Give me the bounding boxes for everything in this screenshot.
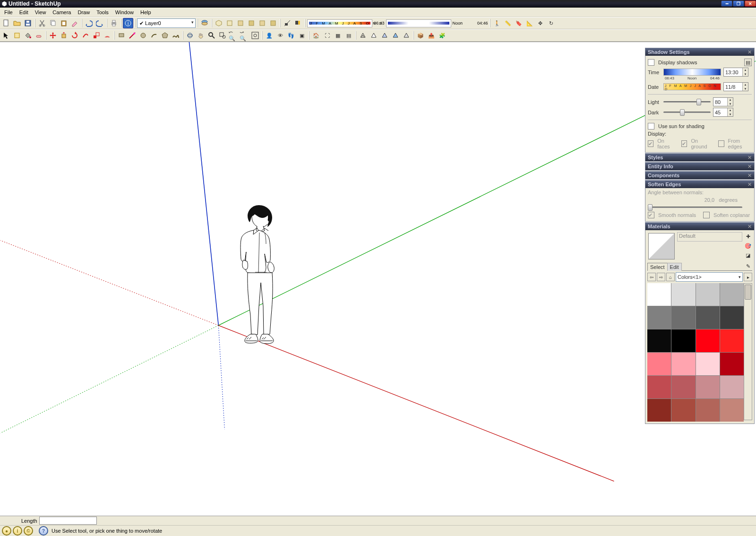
materials-collection-dropdown[interactable]: Colors<1> — [676, 272, 743, 282]
color-swatch[interactable] — [720, 353, 744, 375]
eyedropper-button[interactable]: ✎ — [744, 262, 752, 270]
left-button[interactable] — [268, 18, 278, 28]
line-tool[interactable] — [127, 30, 137, 41]
xray-button[interactable]: ▦ — [333, 30, 343, 41]
use-sun-checkbox[interactable] — [648, 123, 654, 130]
menu-file[interactable]: File — [1, 9, 16, 16]
time-input[interactable]: 13:30▲▼ — [723, 68, 748, 77]
shadow-expand-button[interactable]: ▤ — [744, 59, 752, 66]
walkthrough[interactable]: 👣 — [286, 30, 296, 41]
create-material-button[interactable]: ✚ — [744, 232, 752, 241]
materials-header[interactable]: Materials✕ — [645, 223, 754, 230]
dark-slider[interactable] — [663, 112, 711, 113]
redo-button[interactable] — [94, 18, 105, 28]
display-section[interactable]: 🏠 — [311, 30, 321, 41]
toolbar-date-slider[interactable]: J F M A M J J A S O N D — [307, 19, 372, 27]
shadow-settings-button[interactable] — [293, 18, 303, 28]
make-component[interactable] — [12, 30, 22, 41]
maximize-button[interactable]: ❐ — [733, 0, 744, 7]
default-material-button[interactable]: ◪ — [744, 251, 752, 259]
move-tool[interactable] — [48, 30, 58, 41]
color-swatch[interactable] — [696, 306, 720, 329]
model-info-button[interactable]: i — [123, 18, 133, 28]
color-swatch[interactable] — [696, 376, 720, 398]
color-swatch[interactable] — [720, 329, 744, 352]
back-button[interactable] — [257, 18, 267, 28]
nav-details-button[interactable]: ▸ — [744, 273, 752, 281]
zoom-tool[interactable] — [206, 30, 217, 41]
section-plane[interactable]: ▣ — [297, 30, 307, 41]
extension-war[interactable]: 🧩 — [437, 30, 447, 41]
materials-edit-tab[interactable]: Edit — [667, 263, 682, 271]
menu-draw[interactable]: Draw — [74, 9, 93, 16]
paste-button[interactable] — [59, 18, 69, 28]
color-swatch[interactable] — [671, 283, 695, 306]
menu-window[interactable]: Window — [112, 9, 137, 16]
rectangle-tool[interactable] — [116, 30, 127, 41]
current-material-preview[interactable] — [648, 233, 675, 259]
color-swatch[interactable] — [671, 399, 695, 422]
iso-button[interactable] — [214, 18, 224, 28]
dimensions-button[interactable]: 📐 — [524, 18, 535, 28]
color-swatch[interactable] — [647, 329, 671, 352]
help-icon[interactable]: ? — [39, 526, 48, 536]
followme-tool[interactable] — [80, 30, 91, 41]
shadow-settings-header[interactable]: Shadow Settings✕ — [645, 48, 754, 56]
text-button[interactable]: 🔖 — [514, 18, 524, 28]
walk-button[interactable]: 🚶 — [492, 18, 502, 28]
color-swatch[interactable] — [720, 283, 744, 306]
color-swatch[interactable] — [671, 353, 695, 375]
print-button[interactable] — [109, 18, 119, 28]
shaded-texture-style[interactable] — [390, 30, 401, 41]
select-tool[interactable] — [1, 30, 11, 41]
color-swatch[interactable] — [720, 399, 744, 422]
cut-button[interactable] — [37, 18, 47, 28]
front-button[interactable] — [235, 18, 246, 28]
zoom-next[interactable]: ⤻🔍 — [239, 30, 249, 41]
color-swatch[interactable] — [696, 399, 720, 422]
entity-info-header[interactable]: Entity Info✕ — [645, 163, 754, 170]
toolbar-time-slider[interactable] — [386, 19, 451, 27]
dark-input[interactable]: 45▲▼ — [713, 108, 733, 117]
color-swatch[interactable] — [671, 376, 695, 398]
back-edges-button[interactable]: ▤ — [344, 30, 354, 41]
pushpull-tool[interactable] — [59, 30, 69, 41]
color-swatch[interactable] — [647, 306, 671, 329]
credits-icon[interactable]: i — [13, 526, 22, 536]
light-input[interactable]: 80▲▼ — [713, 97, 733, 106]
viewport[interactable]: Shadow Settings✕ Display shadows ▤ Time … — [0, 42, 756, 516]
circle-tool[interactable] — [138, 30, 148, 41]
layer-dropdown[interactable]: ✔ Layer0 — [137, 18, 196, 28]
top-button[interactable] — [224, 18, 235, 28]
color-swatch[interactable] — [720, 306, 744, 329]
components-header[interactable]: Components✕ — [645, 172, 754, 179]
color-swatch[interactable] — [647, 399, 671, 422]
hidden-style[interactable] — [369, 30, 379, 41]
swatch-scrollbar[interactable] — [744, 283, 752, 420]
color-swatch[interactable] — [647, 283, 671, 306]
close-button[interactable]: ✕ — [745, 0, 756, 7]
layer-manager-button[interactable] — [199, 18, 210, 28]
color-swatch[interactable] — [720, 376, 744, 398]
nav-back-button[interactable]: ⇦ — [647, 273, 656, 281]
color-swatch[interactable] — [696, 283, 720, 306]
get-models[interactable]: 📦 — [415, 30, 426, 41]
rotate-button[interactable]: ↻ — [546, 18, 557, 28]
styles-header[interactable]: Styles✕ — [645, 154, 754, 161]
color-swatch[interactable] — [696, 329, 720, 352]
zoom-extents[interactable] — [250, 30, 260, 41]
nav-home-button[interactable]: ⌂ — [666, 273, 675, 281]
sample-material-button[interactable]: 🎯 — [744, 242, 752, 250]
menu-camera[interactable]: Camera — [49, 9, 74, 16]
orbit-tool[interactable] — [185, 30, 195, 41]
erase-button[interactable] — [69, 18, 80, 28]
position-camera[interactable]: 👤 — [264, 30, 275, 41]
menu-help[interactable]: Help — [137, 9, 155, 16]
materials-select-tab[interactable]: Select — [647, 263, 668, 271]
color-swatch[interactable] — [647, 376, 671, 398]
length-input[interactable] — [39, 517, 97, 525]
copy-button[interactable] — [48, 18, 58, 28]
date-slider[interactable]: J F M A M J J A S O N D — [663, 83, 721, 90]
light-slider[interactable] — [663, 101, 711, 103]
color-swatch[interactable] — [671, 306, 695, 329]
